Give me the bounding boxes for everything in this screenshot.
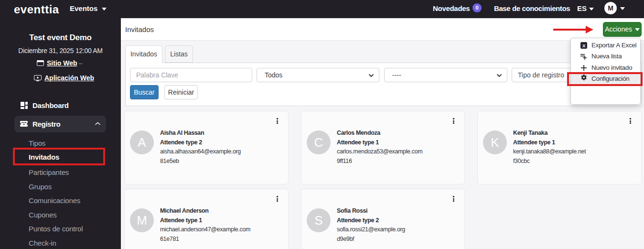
svg-text:X: X — [582, 43, 586, 48]
